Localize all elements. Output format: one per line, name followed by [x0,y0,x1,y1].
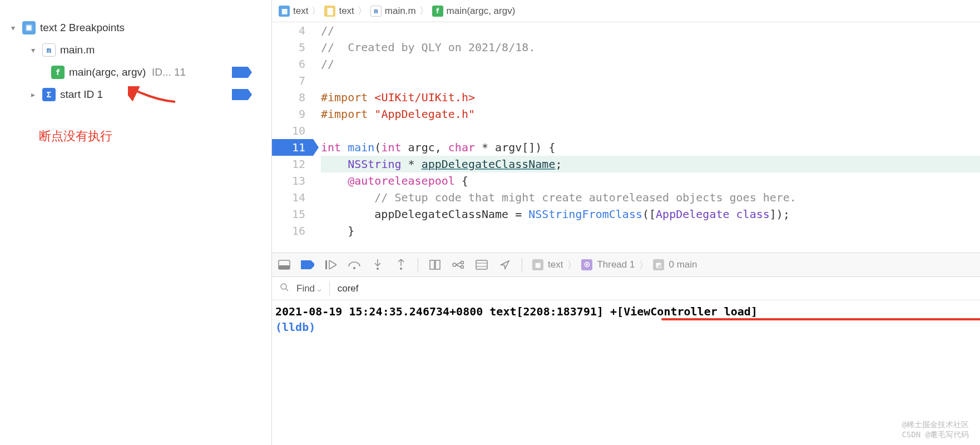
code-editor[interactable]: 45678910111213141516 //// Created by QLY… [272,22,980,253]
tree-sym-label: start ID 1 [60,88,103,101]
step-into-icon[interactable] [371,258,384,271]
code-content[interactable]: //// Created by QLY on 2021/8/18.//#impo… [313,22,980,253]
console-find-bar: Find coref [272,277,980,300]
main-area: ▦ text 〉 ▇ text 〉 m main.m 〉 f main(argc… [272,0,980,445]
function-icon: f [432,6,443,17]
debug-toolbar: ▦ text 〉 ⦿ Thread 1 〉 ◩ 0 main [272,253,980,277]
function-icon: f [51,66,65,79]
tree-root-suffix: 2 Breakpoints [60,22,125,34]
svg-rect-13 [476,260,487,269]
breakpoint-tag-icon[interactable] [232,89,252,100]
breadcrumb-item[interactable]: text [339,6,354,17]
hide-debug-icon[interactable] [278,258,291,271]
chevron-down-icon: ▾ [11,23,22,32]
tree-file-label: main.m [60,44,95,56]
breadcrumb-item[interactable]: text [293,6,308,17]
annotation-underline [661,318,980,320]
svg-rect-4 [325,260,327,269]
console-log-line: 2021-08-19 15:24:35.246734+0800 text[220… [275,304,977,319]
debug-frame-label: 0 main [669,259,697,270]
chevron-right-icon: 〉 [311,4,321,17]
debug-process-crumb[interactable]: ▦ text 〉 ⦿ Thread 1 〉 ◩ 0 main [532,259,697,271]
breadcrumb-item[interactable]: main(argc, argv) [447,6,516,17]
breakpoints-toggle-icon[interactable] [301,258,314,271]
svg-rect-9 [435,260,440,269]
svg-point-10 [453,263,456,266]
annotation-text: 断点没有执行 [39,128,271,145]
breakpoint-navigator: ▾ text 2 Breakpoints ▾ m main.m f main(a… [0,0,272,445]
tree-breakpoint-func[interactable]: f main(argc, argv) ID... 11 [0,61,271,83]
svg-point-11 [461,261,464,264]
app-icon [22,21,36,34]
svg-point-12 [461,266,464,269]
debug-thread-label: Thread 1 [597,259,635,270]
tree-root-project[interactable]: ▾ text 2 Breakpoints [0,17,271,39]
separator [522,258,522,271]
environment-icon[interactable] [475,258,488,271]
svg-rect-8 [430,260,434,269]
tree-func-label: main(argc, argv) [69,66,146,78]
continue-icon[interactable] [324,258,338,271]
svg-rect-1 [27,26,31,30]
folder-icon: ▇ [324,6,335,17]
objc-file-icon: m [42,43,56,57]
debug-target-label: text [548,259,563,270]
tree-symbolic-bp[interactable]: ▸ Σ start ID 1 [0,83,271,106]
chevron-right-icon: ▸ [31,90,42,99]
target-icon: ▦ [532,259,543,270]
debug-view-icon[interactable] [428,258,442,271]
svg-point-7 [400,268,402,270]
app-icon: ▦ [279,6,290,17]
separator [418,258,418,271]
search-icon[interactable] [280,283,289,294]
separator [329,281,330,296]
frame-icon: ◩ [653,259,664,270]
svg-point-6 [377,268,379,270]
tree-file[interactable]: ▾ m main.m [0,39,271,61]
svg-point-14 [281,284,286,289]
thread-icon: ⦿ [581,259,592,270]
debug-console[interactable]: 2021-08-19 15:24:35.246734+0800 text[220… [272,300,980,445]
symbolic-bp-icon: Σ [42,88,56,101]
line-gutter[interactable]: 45678910111213141516 [272,22,313,253]
chevron-down-icon: ▾ [31,46,42,55]
breadcrumb-item[interactable]: main.m [385,6,416,17]
step-over-icon[interactable] [348,258,361,271]
step-out-icon[interactable] [394,258,408,271]
watermark: @稀土掘金技术社区 CSDN @耄毛写代码 [902,419,969,439]
objc-file-icon: m [370,6,382,17]
chevron-right-icon: 〉 [358,4,367,17]
svg-rect-3 [279,265,290,269]
location-icon[interactable] [498,258,512,271]
tree-func-suffix: ID... 11 [152,66,186,78]
tree-root-label: text [40,22,57,34]
chevron-right-icon: 〉 [419,4,429,17]
find-query-input[interactable]: coref [338,283,359,294]
lldb-prompt: (lldb) [275,319,977,335]
svg-point-5 [353,267,355,269]
breadcrumb: ▦ text 〉 ▇ text 〉 m main.m 〉 f main(argc… [272,0,980,22]
memory-graph-icon[interactable] [452,258,465,271]
find-mode-dropdown[interactable]: Find [296,283,321,294]
breakpoint-tag-icon[interactable] [232,67,252,78]
